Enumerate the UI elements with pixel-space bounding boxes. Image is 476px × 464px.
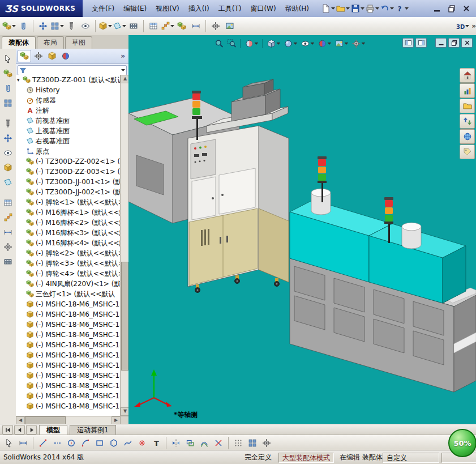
motion-study-icon[interactable] <box>1 255 15 269</box>
zoom-to-fit-icon[interactable] <box>213 38 225 49</box>
tree-item-component[interactable]: (-) MSHC-18-M8_MSHC-18-M <box>16 371 121 381</box>
tree-item-component[interactable]: (-) TZ300D-ZZ-002<1> (默认 <box>16 156 121 167</box>
select-icon[interactable] <box>1 52 15 66</box>
menu-help[interactable]: 帮助(H) <box>281 1 314 17</box>
options-icon[interactable] <box>1 240 15 254</box>
spline-icon[interactable] <box>121 436 135 450</box>
assembly-features-icon[interactable] <box>1 161 15 174</box>
tree-item-root-assembly[interactable]: ▾TZ300D-ZZ-001 (默认<默认_显 <box>16 75 121 85</box>
tree-item-component[interactable]: (-) M16脚杯<1> (默认<<默 <box>16 207 121 218</box>
propertymanager-icon[interactable] <box>32 50 45 62</box>
close-button[interactable] <box>460 3 473 14</box>
quick-snaps-icon[interactable] <box>246 436 259 450</box>
tree-item-component[interactable]: (-) MSHC-18-M6_MSHC-18-M <box>16 340 121 350</box>
tree-item-component[interactable]: (-) TZ300D-ZZ-003<1> (默认 <box>16 167 121 177</box>
tree-item-component[interactable]: (-) MSHC-18-M6_MSHC-18-M <box>16 320 121 330</box>
text-icon[interactable] <box>149 436 163 450</box>
mirror-entities-icon[interactable] <box>169 436 183 450</box>
print-icon[interactable] <box>366 2 379 15</box>
file-explorer-icon[interactable] <box>460 99 475 113</box>
smart-fasteners-icon[interactable] <box>1 117 15 130</box>
tree-item-component[interactable]: (-) MSHC-18-M8_MSHC-18-M <box>16 401 121 411</box>
configurationmanager-icon[interactable] <box>46 50 58 62</box>
tree-item-component[interactable]: (-) MSHC-18-M6_MSHC-18-M <box>16 350 121 360</box>
centerline-icon[interactable] <box>50 436 64 450</box>
pane-flyout-chevron[interactable]: » <box>121 52 127 60</box>
move-component-icon[interactable] <box>1 131 15 145</box>
featuremanager-tree-icon[interactable] <box>18 50 31 62</box>
design-library-icon[interactable] <box>460 83 475 98</box>
tree-item-component[interactable]: 三色灯<1> (默认<<默认 <box>16 289 121 299</box>
solidworks-resources-icon[interactable] <box>460 68 475 83</box>
exploded-view-icon[interactable] <box>1 211 15 224</box>
expander-icon[interactable]: ▾ <box>17 77 22 83</box>
view-settings-icon[interactable] <box>350 38 366 49</box>
previous-frame-icon[interactable] <box>14 425 25 435</box>
view-orientation-icon[interactable] <box>265 38 281 49</box>
large-assembly-mode-badge[interactable]: 大型装配体模式 <box>278 453 334 463</box>
smart-fasteners-icon[interactable] <box>65 19 78 33</box>
scrollbar-thumb[interactable] <box>121 262 128 371</box>
tree-item-component[interactable]: (-) 脚轮<4> (默认<<默认> <box>16 269 121 279</box>
zoom-to-area-icon[interactable] <box>226 38 237 49</box>
menu-file[interactable]: 文件(F) <box>87 1 119 17</box>
oven-cylinder[interactable] <box>402 223 421 249</box>
point-icon[interactable] <box>135 436 149 450</box>
tab-motion-study[interactable]: 运动算例1 <box>70 425 116 435</box>
tree-horizontal-scrollbar[interactable]: ◀ ▶ <box>16 416 121 424</box>
dock-pane-left-icon[interactable] <box>402 38 414 48</box>
edit-appearance-icon[interactable] <box>316 38 332 49</box>
options-icon[interactable] <box>209 19 222 33</box>
menu-view[interactable]: 视图(V) <box>151 1 184 17</box>
tree-item-origin[interactable]: 原点 <box>16 146 121 156</box>
measure-icon[interactable] <box>1 225 15 239</box>
appearances-scenes-icon[interactable] <box>460 129 475 144</box>
tree-item-component[interactable]: (-) MSHC-18-M6_MSHC-18-M <box>16 360 121 371</box>
tab-sketch[interactable]: 草图 <box>65 36 92 49</box>
new-motion-study-icon[interactable] <box>127 19 140 33</box>
apply-scene-icon[interactable] <box>333 38 349 49</box>
tree-item-component[interactable]: (-) TZ300D-JJ-001<1> (默认 <box>16 177 121 187</box>
tree-item-component[interactable]: (-) TZ300D-JJ-002<1> (默认 <box>16 187 121 197</box>
mate-icon[interactable] <box>16 19 30 33</box>
rectangle-icon[interactable] <box>93 436 106 450</box>
bill-of-materials-icon[interactable] <box>147 19 160 33</box>
tree-item-right-plane[interactable]: 右视基准面 <box>16 136 121 146</box>
select-icon[interactable] <box>2 436 16 450</box>
section-view-icon[interactable] <box>243 38 259 49</box>
circle-icon[interactable] <box>65 436 78 450</box>
reference-geometry-icon[interactable] <box>113 19 126 33</box>
go-to-start-icon[interactable] <box>2 425 13 435</box>
offset-entities-icon[interactable] <box>183 436 197 450</box>
grid-snap-icon[interactable] <box>231 436 245 450</box>
minimize-button[interactable] <box>431 3 443 14</box>
toolbar-overflow-chevron[interactable]: » <box>471 22 476 30</box>
tree-item-component[interactable]: (-) MSHC-18-M6_MSHC-18-M <box>16 330 121 340</box>
tree-item-component[interactable]: (-) 脚轮<1> (默认<<默认> <box>16 197 121 207</box>
tree-item-component[interactable]: (-) M16脚杯<3> (默认<<默 <box>16 228 121 238</box>
trim-entities-icon[interactable] <box>212 436 225 450</box>
tree-item-history[interactable]: History <box>16 85 121 95</box>
linear-component-pattern-icon[interactable] <box>50 19 64 33</box>
assembly-features-icon[interactable] <box>98 19 112 33</box>
polygon-icon[interactable] <box>107 436 121 450</box>
apply-scene-icon[interactable] <box>223 19 237 33</box>
exploded-view-icon[interactable] <box>161 19 174 33</box>
bill-of-materials-icon[interactable] <box>1 196 15 210</box>
tree-item-component[interactable]: (-) MSHC-18-M6_MSHC-18-M <box>16 299 121 309</box>
dock-pane-right-icon[interactable] <box>415 38 427 48</box>
graphics-viewport[interactable]: *等轴测 <box>128 35 476 424</box>
smart-dimension-icon[interactable] <box>16 436 30 450</box>
menu-edit[interactable]: 编辑(E) <box>119 1 151 17</box>
convert-entities-icon[interactable] <box>198 436 211 450</box>
assembly-3d-model[interactable] <box>128 35 476 424</box>
tab-layout[interactable]: 布局 <box>37 36 64 49</box>
show-hidden-components-icon[interactable] <box>1 146 15 160</box>
tab-model[interactable]: 模型 <box>39 425 67 435</box>
display-style-icon[interactable] <box>282 38 298 49</box>
menu-window[interactable]: 窗口(W) <box>246 1 280 17</box>
tree-item-annotations[interactable]: 注解 <box>16 105 121 116</box>
help-icon[interactable] <box>395 2 409 15</box>
restore-button[interactable] <box>445 3 458 14</box>
hide-show-items-icon[interactable] <box>299 38 315 49</box>
